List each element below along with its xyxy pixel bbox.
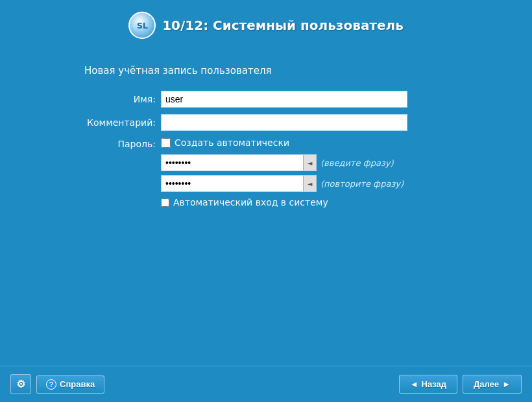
comment-input[interactable] bbox=[161, 114, 407, 131]
footer: ⚙ ? Справка ◄ Назад Далее ► bbox=[0, 366, 532, 402]
name-input[interactable] bbox=[161, 91, 407, 108]
password-controls: Создать автоматически ◄ (введите фразу) … bbox=[161, 137, 404, 207]
section-title: Новая учётная запись пользователя bbox=[84, 65, 272, 77]
autologin-row: Автоматический вход в систему bbox=[161, 197, 404, 207]
autologin-checkbox[interactable] bbox=[161, 198, 169, 207]
back-label: Назад bbox=[422, 379, 447, 389]
password-label: Пароль: bbox=[84, 137, 156, 149]
next-label: Далее bbox=[474, 379, 499, 389]
password-input-1[interactable] bbox=[162, 155, 303, 171]
auto-create-label: Создать автоматически bbox=[175, 137, 289, 148]
autologin-label: Автоматический вход в систему bbox=[173, 197, 328, 207]
password-toggle-1[interactable]: ◄ bbox=[303, 155, 316, 171]
name-label: Имя: bbox=[84, 94, 156, 104]
password-hint-1: (введите фразу) bbox=[320, 158, 394, 168]
password-input-row-2: ◄ (повторите фразу) bbox=[161, 175, 404, 192]
auto-create-checkbox[interactable] bbox=[161, 138, 171, 148]
main-window: SL 10/12: Системный пользователь Новая у… bbox=[0, 0, 532, 402]
logo-icon: SL bbox=[128, 12, 156, 39]
footer-right: ◄ Назад Далее ► bbox=[399, 375, 522, 394]
footer-left: ⚙ ? Справка bbox=[10, 374, 104, 394]
back-button[interactable]: ◄ Назад bbox=[399, 375, 457, 394]
gear-icon: ⚙ bbox=[16, 378, 25, 390]
logo-text: SL bbox=[137, 21, 148, 30]
help-button[interactable]: ? Справка bbox=[36, 375, 104, 394]
header: SL 10/12: Системный пользователь bbox=[0, 0, 532, 45]
next-arrow-icon: ► bbox=[502, 379, 511, 389]
password-input-wrapper-1: ◄ bbox=[161, 154, 317, 171]
password-section: Пароль: Создать автоматически ◄ (введите… bbox=[84, 137, 448, 207]
help-label: Справка bbox=[60, 379, 95, 389]
comment-label: Комментарий: bbox=[84, 117, 156, 128]
help-icon: ? bbox=[46, 379, 56, 390]
password-hint-2: (повторите фразу) bbox=[320, 179, 404, 189]
password-input-row-1: ◄ (введите фразу) bbox=[161, 154, 404, 171]
name-field-group: Имя: bbox=[84, 91, 448, 108]
content-area: Новая учётная запись пользователя Имя: К… bbox=[0, 45, 532, 366]
comment-field-group: Комментарий: bbox=[84, 114, 448, 131]
password-toggle-2[interactable]: ◄ bbox=[303, 176, 316, 191]
auto-create-row: Создать автоматически bbox=[161, 137, 404, 148]
page-title: 10/12: Системный пользователь bbox=[162, 18, 404, 33]
password-input-wrapper-2: ◄ bbox=[161, 175, 317, 192]
next-button[interactable]: Далее ► bbox=[463, 375, 522, 394]
gear-button[interactable]: ⚙ bbox=[10, 374, 31, 394]
password-input-2[interactable] bbox=[162, 176, 303, 191]
back-arrow-icon: ◄ bbox=[410, 379, 418, 389]
